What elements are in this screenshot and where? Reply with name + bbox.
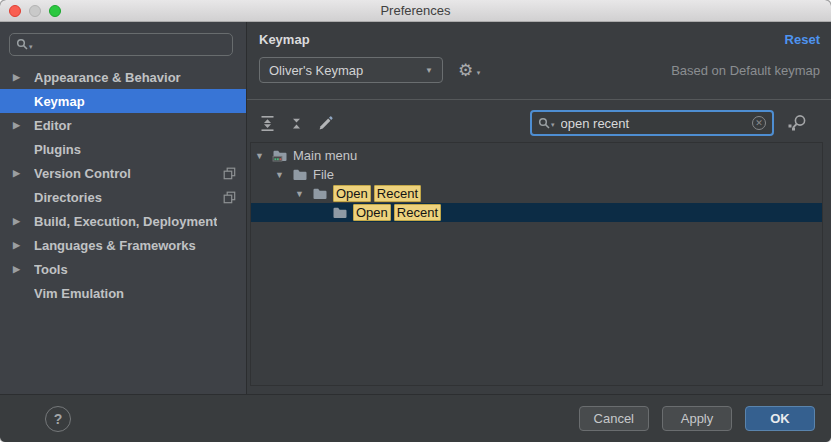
chevron-down-icon[interactable]: ▼	[255, 151, 272, 161]
main-menu-icon	[272, 149, 288, 162]
tree-row-open-recent-group[interactable]: ▼ Open Recent	[251, 184, 822, 203]
sidebar-item-editor[interactable]: ▶ Editor	[0, 113, 246, 137]
sidebar-item-label: Build, Execution, Deployment	[34, 214, 217, 229]
sidebar-item-label: Appearance & Behavior	[34, 70, 181, 85]
gear-icon[interactable]: ⚙▾	[458, 62, 473, 79]
find-actions-by-shortcut-icon[interactable]	[787, 114, 809, 132]
folder-icon	[312, 187, 328, 200]
search-options-caret-icon: ▾	[551, 121, 555, 129]
tree-row-label: Main menu	[293, 148, 357, 163]
expand-all-icon[interactable]	[259, 115, 276, 132]
chevron-right-icon: ▶	[13, 72, 34, 82]
clear-search-icon[interactable]: ✕	[752, 116, 766, 130]
sidebar-item-label: Editor	[34, 118, 72, 133]
sidebar-item-version-control[interactable]: ▶ Version Control	[0, 161, 246, 185]
close-window-button[interactable]	[9, 5, 21, 17]
sidebar-item-label: Languages & Frameworks	[34, 238, 196, 253]
keymap-select-value: Oliver's Keymap	[269, 63, 363, 78]
edit-shortcut-icon[interactable]	[317, 115, 334, 132]
settings-search-field[interactable]: ▾	[9, 33, 233, 56]
sidebar-item-label: Tools	[34, 262, 68, 277]
settings-search-input[interactable]	[37, 37, 226, 52]
page-title: Keymap	[259, 32, 310, 47]
sidebar-item-label: Keymap	[34, 94, 85, 109]
sidebar-item-languages-frameworks[interactable]: ▶ Languages & Frameworks	[0, 233, 246, 257]
traffic-lights	[9, 0, 61, 22]
tree-row-label: File	[313, 167, 334, 182]
keymap-select-row: Oliver's Keymap ▼ ⚙▾ Based on Default ke…	[259, 57, 820, 83]
zoom-window-button[interactable]	[49, 5, 61, 17]
based-on-label: Based on Default keymap	[671, 63, 820, 78]
panel-header: Keymap Reset	[247, 31, 831, 48]
chevron-down-icon[interactable]: ▼	[295, 189, 312, 199]
sidebar-item-plugins[interactable]: Plugins	[0, 137, 246, 161]
sidebar-item-label: Vim Emulation	[34, 286, 124, 301]
chevron-right-icon: ▶	[13, 240, 34, 250]
reset-link[interactable]: Reset	[785, 32, 820, 47]
chevron-down-icon[interactable]: ▼	[275, 170, 292, 180]
search-icon	[538, 117, 551, 130]
chevron-right-icon: ▶	[13, 264, 34, 274]
search-match-highlight: Recent	[374, 185, 421, 202]
search-options-caret-icon: ▾	[29, 43, 33, 51]
sidebar-item-build-execution-deployment[interactable]: ▶ Build, Execution, Deployment	[0, 209, 246, 233]
actions-tree: ▼ Main menu ▼ File ▼ Open Recent	[250, 142, 823, 386]
chevron-right-icon: ▶	[13, 216, 34, 226]
cancel-button[interactable]: Cancel	[579, 406, 649, 431]
project-level-icon	[223, 191, 236, 204]
tree-row-file[interactable]: ▼ File	[251, 165, 822, 184]
sidebar-item-appearance-behavior[interactable]: ▶ Appearance & Behavior	[0, 65, 246, 89]
titlebar: Preferences	[0, 0, 831, 22]
keymap-select[interactable]: Oliver's Keymap ▼	[259, 57, 443, 83]
dialog-footer: ? Cancel Apply OK	[0, 394, 831, 442]
sidebar-item-tools[interactable]: ▶ Tools	[0, 257, 246, 281]
tree-row-main-menu[interactable]: ▼ Main menu	[251, 146, 822, 165]
settings-sidebar: ▾ ▶ Appearance & Behavior Keymap ▶ Edito…	[0, 22, 247, 394]
sidebar-item-vim-emulation[interactable]: Vim Emulation	[0, 281, 246, 305]
search-match-highlight: Open	[353, 204, 391, 221]
preferences-window: Preferences ▾ ▶ Appearance & Behavior Ke…	[0, 0, 831, 442]
folder-icon	[292, 168, 308, 181]
minimize-window-button[interactable]	[29, 5, 41, 17]
collapse-all-icon[interactable]	[288, 115, 305, 132]
header-separator	[247, 99, 831, 100]
keymap-toolbar: ▾ ✕	[259, 108, 809, 138]
help-button[interactable]: ?	[45, 406, 71, 432]
chevron-down-icon: ▾	[477, 64, 481, 81]
tree-row-open-recent-selected[interactable]: Open Recent	[251, 203, 822, 222]
project-level-icon	[223, 167, 236, 180]
sidebar-item-label: Plugins	[34, 142, 81, 157]
settings-nav: ▶ Appearance & Behavior Keymap ▶ Editor …	[0, 65, 246, 394]
chevron-down-icon: ▼	[425, 66, 433, 75]
sidebar-item-keymap[interactable]: Keymap	[0, 89, 246, 113]
dialog-body: ▾ ▶ Appearance & Behavior Keymap ▶ Edito…	[0, 22, 831, 394]
apply-button[interactable]: Apply	[662, 406, 732, 431]
ok-button[interactable]: OK	[745, 406, 815, 431]
folder-icon	[332, 206, 348, 219]
sidebar-item-directories[interactable]: Directories	[0, 185, 246, 209]
action-search-field[interactable]: ▾ ✕	[530, 110, 774, 136]
keymap-settings-panel: Keymap Reset Oliver's Keymap ▼ ⚙▾ Based …	[247, 22, 831, 394]
chevron-right-icon: ▶	[13, 120, 34, 130]
search-match-highlight: Recent	[394, 204, 441, 221]
action-search-input[interactable]	[561, 116, 752, 131]
chevron-right-icon: ▶	[13, 168, 34, 178]
sidebar-item-label: Version Control	[34, 166, 131, 181]
window-title: Preferences	[0, 3, 831, 18]
search-match-highlight: Open	[333, 185, 371, 202]
search-icon	[16, 38, 29, 51]
sidebar-item-label: Directories	[34, 190, 102, 205]
